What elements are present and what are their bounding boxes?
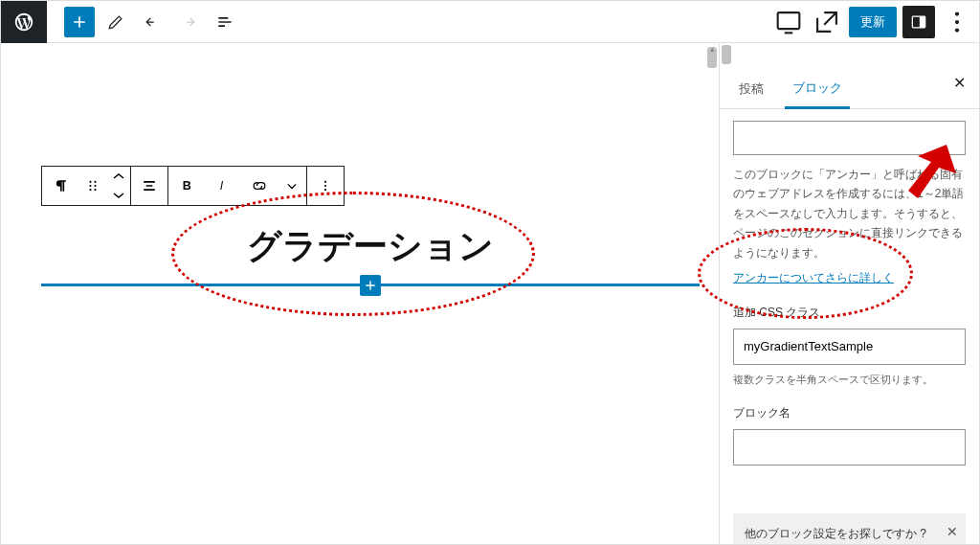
italic-button[interactable]: I	[205, 167, 241, 205]
link-icon	[250, 176, 269, 195]
notice-dismiss-button[interactable]: ✕	[947, 521, 958, 542]
block-appender-button[interactable]	[360, 275, 381, 296]
view-button[interactable]	[772, 6, 805, 38]
link-button[interactable]	[241, 167, 278, 205]
tools-button[interactable]	[100, 7, 131, 37]
options-button[interactable]	[941, 6, 973, 38]
svg-point-5	[955, 28, 959, 32]
align-icon	[140, 176, 159, 195]
block-toolbar: B I	[41, 166, 345, 206]
preview-button[interactable]	[811, 6, 843, 38]
svg-point-8	[89, 185, 91, 187]
svg-point-15	[324, 185, 326, 187]
align-button[interactable]	[131, 167, 167, 205]
bold-button[interactable]: B	[168, 167, 205, 205]
blockname-input[interactable]	[733, 429, 966, 466]
sidebar-tabs: 投稿 ブロック ✕	[720, 64, 979, 109]
toolbar-left-group	[1, 1, 240, 42]
sidebar-notice: 他のブロック設定をお探しですか ? 「スタイル」タブに移動しました。 ✕	[733, 513, 966, 544]
sidebar-body: このブロックに「アンカー」と呼ばれる固有のウェブアドレスを作成するには、1～2単…	[720, 109, 979, 544]
svg-rect-2	[920, 16, 925, 28]
redo-icon	[179, 12, 198, 32]
scroll-up-icon: ▴	[706, 43, 718, 55]
sidebar-scrollbar[interactable]	[720, 43, 979, 64]
paragraph-icon	[51, 176, 70, 195]
tab-block[interactable]: ブロック	[785, 72, 850, 109]
css-class-help: 複数クラスを半角スペースで区切ります。	[733, 371, 966, 389]
top-toolbar: 更新	[1, 1, 979, 43]
move-down-button[interactable]	[107, 186, 130, 205]
plus-icon	[363, 278, 378, 293]
svg-point-7	[94, 181, 96, 183]
svg-point-10	[89, 189, 91, 191]
css-class-label: 追加 CSS クラス	[733, 303, 966, 322]
settings-panel-toggle[interactable]	[902, 6, 935, 38]
heading-block[interactable]: グラデーション	[41, 217, 700, 286]
undo-icon	[143, 12, 162, 32]
svg-text:I: I	[220, 179, 224, 193]
svg-text:B: B	[183, 179, 191, 193]
notice-text: 他のブロック設定をお探しですか ? 「スタイル」タブに移動しました。	[745, 527, 928, 544]
anchor-description: このブロックに「アンカー」と呼ばれる固有のウェブアドレスを作成するには、1～2単…	[733, 165, 966, 262]
anchor-learn-more-link[interactable]: アンカーについてさらに詳しく	[733, 271, 894, 284]
block-options-button[interactable]	[307, 167, 344, 205]
block-type-button[interactable]	[42, 167, 78, 205]
svg-rect-0	[778, 12, 800, 29]
pencil-icon	[106, 12, 125, 32]
wordpress-icon	[13, 11, 34, 33]
anchor-input[interactable]	[733, 121, 966, 155]
wordpress-logo[interactable]	[1, 1, 47, 43]
more-rich-text-button[interactable]	[278, 167, 306, 205]
italic-icon: I	[213, 176, 233, 195]
move-up-button[interactable]	[107, 167, 130, 186]
external-link-icon	[811, 6, 843, 38]
svg-point-6	[89, 181, 91, 183]
more-vertical-icon	[316, 176, 335, 195]
chevron-down-icon	[282, 176, 301, 195]
list-view-icon	[215, 12, 234, 32]
svg-point-4	[955, 19, 959, 23]
svg-point-3	[955, 11, 959, 15]
chevron-up-icon	[112, 171, 125, 181]
block-separator	[41, 284, 700, 286]
undo-button[interactable]	[137, 7, 167, 37]
document-overview-button[interactable]	[210, 7, 240, 37]
main-scrollbar[interactable]: ▴	[706, 43, 718, 544]
canvas-scrollbar[interactable]	[1, 43, 719, 68]
editor-canvas: B I グラデーション	[1, 43, 719, 544]
update-button[interactable]: 更新	[849, 7, 897, 37]
more-vertical-icon	[941, 6, 973, 38]
tab-post[interactable]: 投稿	[731, 73, 771, 107]
desktop-icon	[772, 6, 805, 38]
settings-sidebar: 投稿 ブロック ✕ このブロックに「アンカー」と呼ばれる固有のウェブアドレスを作…	[719, 43, 979, 544]
svg-point-9	[94, 185, 96, 187]
drag-icon	[83, 176, 102, 195]
block-inserter-button[interactable]	[64, 7, 95, 37]
bold-icon: B	[177, 176, 196, 195]
close-sidebar-button[interactable]: ✕	[953, 74, 966, 92]
toolbar-right-group: 更新	[772, 6, 973, 38]
heading-text[interactable]: グラデーション	[41, 217, 700, 280]
svg-point-11	[94, 189, 96, 191]
sidebar-icon	[909, 12, 928, 32]
css-class-input[interactable]	[733, 329, 966, 365]
chevron-down-icon	[112, 191, 125, 200]
drag-handle[interactable]	[78, 167, 107, 205]
svg-point-14	[324, 181, 326, 183]
redo-button[interactable]	[173, 7, 204, 37]
svg-point-16	[324, 189, 326, 191]
plus-icon	[70, 12, 89, 32]
blockname-label: ブロック名	[733, 403, 966, 422]
